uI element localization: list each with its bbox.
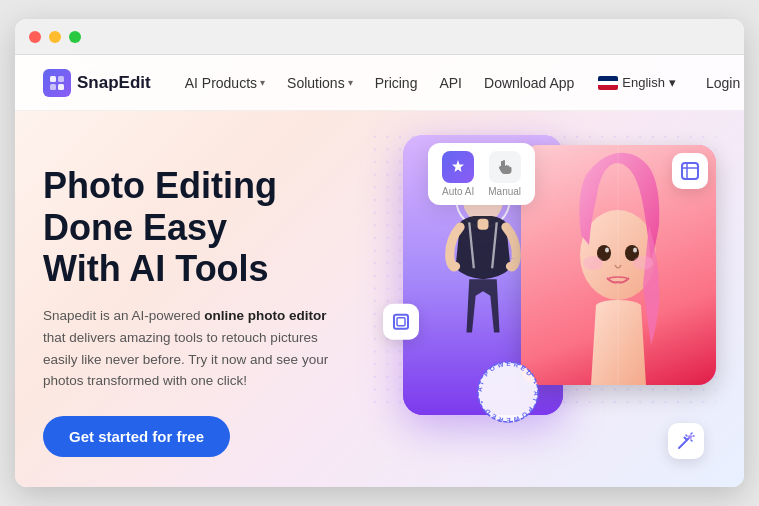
svg-rect-2	[50, 84, 56, 90]
float-toolbar: Auto AI Manual	[428, 143, 535, 205]
browser-titlebar	[15, 19, 744, 55]
crop-tool-icon[interactable]	[383, 304, 419, 340]
cta-button[interactable]: Get started for free	[43, 416, 230, 457]
language-selector[interactable]: English ▾	[590, 71, 684, 94]
layers-icon[interactable]	[672, 153, 708, 189]
logo[interactable]: SnapEdit	[43, 69, 151, 97]
nav-api[interactable]: API	[429, 69, 472, 97]
magic-wand-icon[interactable]	[668, 423, 704, 459]
nav-links: AI Products ▾ Solutions ▾ Pricing API Do…	[175, 69, 585, 97]
auto-ai-icon	[442, 151, 474, 183]
close-icon[interactable]	[29, 31, 41, 43]
svg-point-15	[583, 256, 603, 270]
chevron-down-icon: ▾	[669, 75, 676, 90]
svg-rect-1	[58, 76, 64, 82]
page-content: SnapEdit AI Products ▾ Solutions ▾ Prici…	[15, 55, 744, 487]
nav-ai-products[interactable]: AI Products ▾	[175, 69, 275, 97]
login-button[interactable]: Login	[694, 69, 744, 97]
svg-point-14	[633, 248, 637, 253]
svg-rect-18	[682, 163, 698, 179]
hero-title: Photo Editing Done Easy With AI Tools	[43, 165, 373, 289]
logo-text: SnapEdit	[77, 73, 151, 93]
manual-label: Manual	[488, 186, 521, 197]
nav-right: English ▾ Login Try for free	[590, 67, 744, 99]
nav-download[interactable]: Download App	[474, 69, 584, 97]
ai-powered-badge: AI POWERED • AI POWERED •	[473, 357, 543, 427]
manual-option[interactable]: Manual	[488, 151, 521, 197]
svg-rect-9	[397, 318, 405, 326]
auto-ai-option[interactable]: Auto AI	[442, 151, 474, 197]
flag-icon	[598, 76, 618, 90]
svg-point-16	[633, 256, 653, 270]
hero-left: Photo Editing Done Easy With AI Tools Sn…	[43, 165, 373, 457]
svg-point-19	[688, 435, 692, 439]
logo-icon	[43, 69, 71, 97]
chevron-down-icon: ▾	[348, 77, 353, 88]
ai-badge-text: AI POWERED • AI POWERED •	[473, 357, 543, 427]
hero-section: Photo Editing Done Easy With AI Tools Sn…	[15, 111, 744, 487]
auto-ai-label: Auto AI	[442, 186, 474, 197]
svg-point-13	[605, 248, 609, 253]
svg-rect-3	[58, 84, 64, 90]
nav-solutions[interactable]: Solutions ▾	[277, 69, 363, 97]
hero-description: Snapedit is an AI-powered online photo e…	[43, 305, 343, 391]
nav-pricing[interactable]: Pricing	[365, 69, 428, 97]
browser-window: SnapEdit AI Products ▾ Solutions ▾ Prici…	[15, 19, 744, 487]
manual-icon	[489, 151, 521, 183]
maximize-icon[interactable]	[69, 31, 81, 43]
chevron-down-icon: ▾	[260, 77, 265, 88]
svg-rect-7	[477, 219, 488, 230]
svg-rect-8	[394, 315, 408, 329]
svg-rect-0	[50, 76, 56, 82]
minimize-icon[interactable]	[49, 31, 61, 43]
hero-right: Auto AI Manual	[373, 135, 716, 487]
navbar: SnapEdit AI Products ▾ Solutions ▾ Prici…	[15, 55, 744, 111]
